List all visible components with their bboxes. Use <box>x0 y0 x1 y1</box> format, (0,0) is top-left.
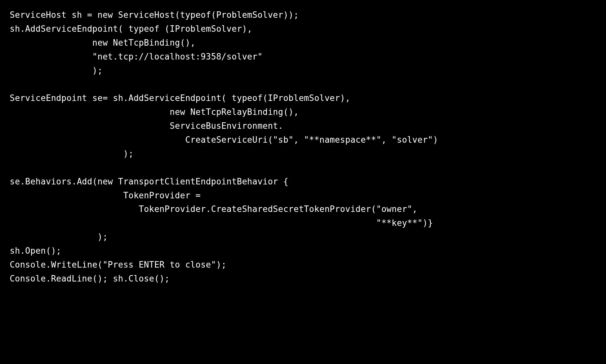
code-line: ServiceBusEnvironment. <box>10 121 283 131</box>
code-line: Console.ReadLine(); sh.Close(); <box>10 274 170 283</box>
code-line: ); <box>10 66 103 75</box>
code-line: "net.tcp://localhost:9358/solver" <box>10 52 263 61</box>
code-line: ); <box>10 232 108 242</box>
code-block: ServiceHost sh = new ServiceHost(typeof(… <box>0 0 606 294</box>
code-line: new NetTcpBinding(), <box>10 38 195 48</box>
code-line: se.Behaviors.Add(new TransportClientEndp… <box>10 177 288 186</box>
code-line: new NetTcpRelayBinding(), <box>10 107 299 117</box>
code-line: sh.Open(); <box>10 246 61 256</box>
code-line: Console.WriteLine("Press ENTER to close"… <box>10 260 226 270</box>
code-line: ServiceHost sh = new ServiceHost(typeof(… <box>10 10 299 20</box>
code-line: TokenProvider = <box>10 191 201 200</box>
code-line: ); <box>10 149 134 159</box>
code-line: TokenProvider.CreateSharedSecretTokenPro… <box>10 204 417 214</box>
code-line: ServiceEndpoint se= sh.AddServiceEndpoin… <box>10 93 350 103</box>
code-line: sh.AddServiceEndpoint( typeof (IProblemS… <box>10 24 252 34</box>
code-line: "**key**")} <box>10 218 433 228</box>
code-line: CreateServiceUri("sb", "**namespace**", … <box>10 135 438 145</box>
